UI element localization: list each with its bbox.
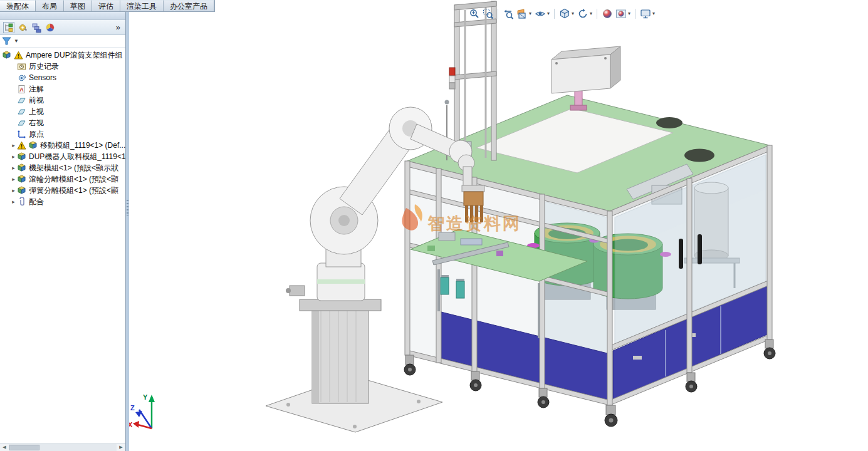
dropdown-caret[interactable]: ▾ [572, 11, 574, 16]
featuremanager-tab-icon[interactable] [3, 22, 14, 33]
tree-item-label: 機架模組<1> (預設<顯示狀 [29, 163, 118, 174]
tree-item-label: 滾輪分離模組<1> (預設<顯 [29, 174, 118, 185]
tree-item-right-plane[interactable]: 右视 [0, 117, 125, 128]
tree-item-label: 彈簧分離模組<1> (預設<顯 [29, 185, 118, 196]
tree-item-sensors[interactable]: Sensors [0, 72, 125, 83]
tree-item-origin[interactable]: 原点 [0, 128, 125, 140]
origin-icon [17, 130, 26, 139]
subassembly-icon [28, 141, 38, 150]
dropdown-caret[interactable]: ▾ [547, 11, 550, 16]
dropdown-caret[interactable]: ▾ [590, 11, 592, 16]
tree-item-label: 历史记录 [29, 61, 59, 72]
zoom-fit-icon[interactable] [468, 7, 481, 20]
warning-icon [17, 141, 26, 150]
triad-y-label: Y [143, 393, 148, 401]
tab-evaluate[interactable]: 评估 [92, 0, 120, 11]
expand-caret[interactable]: ▸ [10, 153, 17, 160]
annotations-icon: A [17, 85, 26, 94]
tab-office-products[interactable]: 办公室产品 [164, 0, 214, 11]
mates-icon [17, 197, 26, 207]
subassembly-icon [17, 186, 26, 195]
panel-expand-chevron[interactable]: » [114, 23, 122, 32]
panel-manager-tabs: » [0, 20, 125, 35]
panel-header-band [0, 12, 125, 20]
ribbon-tab-bar: 装配体 布局 草图 评估 渲染工具 办公室产品 [0, 0, 215, 12]
section-view-icon[interactable] [515, 7, 528, 20]
tree-filter-row: ▼ [0, 35, 125, 48]
view-settings-icon[interactable] [639, 7, 652, 20]
tree-item-front-plane[interactable]: 前视 [0, 95, 125, 106]
propertymanager-tab-icon[interactable] [17, 22, 28, 33]
previous-view-icon[interactable] [501, 7, 515, 20]
tree-item-spring-separator-module[interactable]: ▸ 彈簧分離模組<1> (預設<顯 [0, 185, 125, 196]
plane-icon [17, 118, 26, 128]
tree-item-label: Ampere DUP滾筒支架组件组 [26, 50, 123, 61]
top-hole [684, 149, 714, 162]
configurationmanager-tab-icon[interactable] [31, 22, 42, 33]
annotation-views-icon[interactable] [533, 7, 546, 20]
expand-caret[interactable]: ▸ [10, 176, 17, 182]
tab-sketch[interactable]: 草图 [64, 0, 92, 11]
door-handle[interactable] [679, 239, 683, 269]
scrollbar-thumb[interactable] [9, 445, 39, 450]
tree-item-label: 配合 [29, 197, 44, 207]
tree-item-label: 原点 [29, 129, 44, 140]
displaymanager-tab-icon[interactable] [44, 22, 56, 33]
view-orientation-icon[interactable] [558, 7, 571, 20]
panel-splitter[interactable] [126, 12, 129, 451]
tree-item-annotations[interactable]: A 注解 [0, 83, 125, 95]
door-handle[interactable] [698, 234, 702, 264]
filter-funnel-icon[interactable] [2, 36, 11, 46]
filter-caret[interactable]: ▼ [14, 38, 19, 44]
tree-item-moving-module[interactable]: ▸ 移動模組_1119<1> (Def... [0, 140, 125, 151]
tree-item-label: 右视 [29, 118, 44, 128]
scrollbar-track[interactable] [9, 444, 117, 451]
heads-up-view-toolbar: ▾ ▾ ▾ ▾ ▾ ▾ [468, 7, 656, 20]
assembly-icon [2, 51, 11, 60]
tree-item-label: 前视 [29, 95, 44, 106]
tree-item-label: 上视 [29, 106, 44, 117]
dropdown-caret[interactable]: ▾ [628, 11, 630, 16]
plane-icon [17, 107, 26, 117]
zoom-area-icon[interactable] [481, 7, 494, 20]
svg-text:A: A [19, 86, 24, 93]
tree-item-roller-separator-module[interactable]: ▸ 滾輪分離模組<1> (預設<顯 [0, 174, 125, 185]
scroll-left-arrow[interactable]: ◀ [0, 443, 9, 451]
tree-item-label: DUP機器人取料模組_1119<1 [29, 152, 125, 162]
rotate-view-icon[interactable] [576, 7, 589, 20]
expand-caret[interactable]: ▸ [10, 187, 17, 194]
expand-caret[interactable]: ▸ [10, 165, 17, 171]
tab-assembly[interactable]: 装配体 [0, 0, 36, 11]
tree-root-assembly[interactable]: Ampere DUP滾筒支架组件组 [0, 49, 125, 61]
tree-item-frame-module[interactable]: ▸ 機架模組<1> (預設<顯示狀 [0, 162, 125, 174]
top-hole [656, 117, 682, 128]
tree-item-top-plane[interactable]: 上视 [0, 106, 125, 117]
expand-caret[interactable]: ▸ [10, 142, 17, 148]
subassembly-icon [17, 175, 26, 184]
tree-item-history[interactable]: 历史记录 [0, 61, 125, 72]
dropdown-caret[interactable]: ▾ [529, 11, 531, 16]
tree-item-robot-pick-module[interactable]: ▸ DUP機器人取料模組_1119<1 [0, 151, 125, 162]
feature-manager-panel: » ▼ Ampere DUP滾筒支架组件组 历史记录 Sensors A 注解 [0, 12, 126, 451]
expand-caret[interactable]: ▸ [10, 199, 17, 205]
warning-icon [14, 51, 23, 60]
scroll-right-arrow[interactable]: ▶ [117, 443, 125, 451]
tree-item-label: 注解 [29, 84, 44, 95]
tree-item-mates[interactable]: ▸ 配合 [0, 196, 125, 207]
view-triad[interactable]: Y Z X [128, 393, 155, 428]
tree-item-label: 移動模組_1119<1> (Def... [40, 140, 125, 151]
tab-layout[interactable]: 布局 [36, 0, 64, 11]
graphics-area[interactable]: 智造资料网 Y Z X [0, 0, 868, 451]
tab-render-tools[interactable]: 渲染工具 [120, 0, 164, 11]
watermark-text: 智造资料网 [427, 214, 521, 233]
edit-appearance-icon[interactable] [600, 7, 614, 20]
apply-scene-icon[interactable] [614, 7, 627, 20]
subassembly-icon [17, 163, 26, 173]
tree-item-label: Sensors [29, 73, 56, 82]
triad-z-label: Z [130, 404, 135, 412]
panel-horizontal-scrollbar[interactable]: ◀ ▶ [0, 443, 125, 451]
history-icon [17, 62, 26, 71]
dropdown-caret[interactable]: ▾ [652, 11, 655, 16]
signal-light [449, 68, 455, 89]
feature-tree: Ampere DUP滾筒支架组件组 历史记录 Sensors A 注解 前视 上… [0, 48, 125, 443]
